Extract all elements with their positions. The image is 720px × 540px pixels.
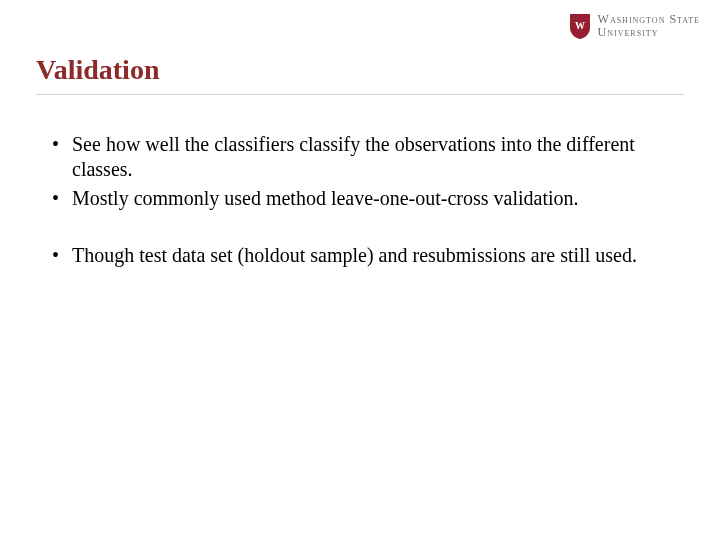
- shield-icon: W: [568, 12, 592, 40]
- title-underline: [36, 94, 684, 95]
- slide-title: Validation: [36, 54, 159, 86]
- slide: W Washington State University Validation…: [0, 0, 720, 540]
- bullet-item: Mostly commonly used method leave-one-ou…: [48, 186, 672, 211]
- university-logo: W Washington State University: [568, 12, 700, 40]
- slide-content: See how well the classifiers classify th…: [48, 132, 672, 272]
- svg-text:W: W: [575, 20, 585, 31]
- bullet-item: Though test data set (holdout sample) an…: [48, 243, 672, 268]
- bullet-item: See how well the classifiers classify th…: [48, 132, 672, 182]
- logo-line2: University: [598, 25, 659, 39]
- logo-line1: Washington State: [598, 12, 700, 26]
- logo-text: Washington State University: [598, 13, 700, 39]
